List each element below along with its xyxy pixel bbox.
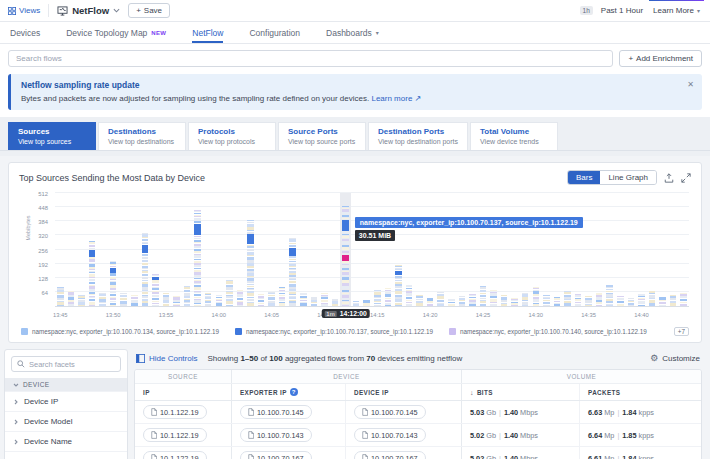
chart-bar[interactable] <box>363 299 370 306</box>
nav-tab-netflow[interactable]: NetFlow <box>192 22 223 43</box>
chart-toggle-bars[interactable]: Bars <box>568 171 600 184</box>
chart-bar[interactable] <box>638 293 645 306</box>
facet-search-input[interactable] <box>29 360 115 369</box>
chart-bar[interactable] <box>353 301 360 306</box>
chart-bar[interactable] <box>554 297 561 306</box>
chart-bar[interactable] <box>311 296 318 306</box>
facet-item-device-model[interactable]: Device Model <box>5 411 127 431</box>
chart-bar[interactable] <box>448 299 455 307</box>
chart-bar[interactable] <box>142 233 149 306</box>
chart-bar[interactable] <box>628 297 635 306</box>
hide-controls-button[interactable]: Hide Controls <box>136 354 197 363</box>
view-tab-protocols[interactable]: ProtocolsView top protocols <box>188 122 276 150</box>
exporter-ip-pill[interactable]: 10.100.70.167 <box>240 451 312 459</box>
learn-more-menu[interactable]: Learn More ▾ <box>651 6 702 15</box>
view-tab-sources[interactable]: SourcesView top sources <box>8 122 96 150</box>
chart-bar[interactable] <box>163 293 170 306</box>
chart-bar[interactable] <box>406 285 413 306</box>
fullscreen-icon[interactable] <box>681 173 691 183</box>
chart-bar[interactable] <box>216 295 223 306</box>
legend-overflow-badge[interactable]: +7 <box>674 327 689 336</box>
chart-bar[interactable] <box>268 291 275 306</box>
save-button[interactable]: + Save <box>128 3 170 18</box>
legend-item[interactable]: namespace:nyc, exporter_ip:10.100.70.137… <box>235 328 433 335</box>
chart-bar[interactable] <box>459 296 466 306</box>
chart-toggle-line-graph[interactable]: Line Graph <box>600 171 656 184</box>
info-icon[interactable]: ? <box>290 388 298 396</box>
exporter-ip-pill[interactable]: 10.100.70.145 <box>240 405 312 419</box>
chart-bar[interactable] <box>99 293 106 306</box>
chart-bar[interactable] <box>533 287 540 306</box>
column-header-bits[interactable]: ↓ BITS <box>461 384 579 400</box>
export-icon[interactable] <box>664 173 674 183</box>
chart-bar[interactable] <box>300 292 307 306</box>
chart-bar[interactable] <box>332 298 339 306</box>
chart-bar[interactable] <box>490 289 497 306</box>
chart-bar[interactable] <box>152 273 159 306</box>
table-row[interactable]: 10.1.122.1910.100.70.14310.100.70.1435.0… <box>135 424 701 447</box>
add-enrichment-button[interactable]: + Add Enrichment <box>619 50 702 67</box>
legend-item[interactable]: namespace:nyc, exporter_ip:10.100.70.140… <box>449 328 647 335</box>
chart-bar[interactable] <box>110 261 117 306</box>
column-header-ip[interactable]: IP <box>135 384 231 400</box>
chart-bar[interactable] <box>427 297 434 306</box>
views-button[interactable]: Views <box>8 6 40 15</box>
chart-bar[interactable] <box>342 205 349 306</box>
facet-item-device-name[interactable]: Device Name <box>5 431 127 451</box>
chart-bar[interactable] <box>437 292 444 306</box>
nav-tab-dashboards[interactable]: Dashboards▾ <box>326 22 379 43</box>
chart-bar[interactable] <box>279 286 286 306</box>
chart-bar[interactable] <box>289 238 296 306</box>
legend-item[interactable]: namespace:nyc, exporter_ip:10.100.70.134… <box>21 328 219 335</box>
chart-bar[interactable] <box>416 295 423 306</box>
search-flows-input[interactable] <box>8 50 613 67</box>
device-ip-pill[interactable]: 10.100.70.167 <box>354 451 426 459</box>
chart-bar[interactable] <box>89 240 96 306</box>
source-ip-pill[interactable]: 10.1.122.19 <box>143 428 207 442</box>
chart-bar[interactable] <box>511 298 518 306</box>
view-tab-destination-ports[interactable]: Destination PortsView top destination po… <box>368 122 468 150</box>
view-tab-destinations[interactable]: DestinationsView top destinations <box>98 122 186 150</box>
chart-bar[interactable] <box>395 265 402 306</box>
source-ip-pill[interactable]: 10.1.122.19 <box>143 451 207 459</box>
facet-group-device[interactable]: DEVICE <box>5 378 127 391</box>
banner-learn-more-link[interactable]: Learn more ↗ <box>371 94 421 103</box>
chart-bar[interactable] <box>469 293 476 306</box>
exporter-ip-pill[interactable]: 10.100.70.143 <box>240 428 312 442</box>
source-ip-pill[interactable]: 10.1.122.19 <box>143 405 207 419</box>
chart-bar[interactable] <box>543 295 550 306</box>
chart-bar[interactable] <box>585 296 592 306</box>
nav-tab-configuration[interactable]: Configuration <box>249 22 300 43</box>
chart-bar[interactable] <box>670 294 677 306</box>
chart-bar[interactable] <box>237 289 244 306</box>
chart-bar[interactable] <box>522 293 529 306</box>
device-ip-pill[interactable]: 10.100.70.143 <box>354 428 426 442</box>
chart-bar[interactable] <box>659 296 666 306</box>
chart-bar[interactable] <box>596 292 603 306</box>
facet-item-device-namespace[interactable]: Device Namespace <box>5 451 127 459</box>
nav-tab-device-topology-map[interactable]: Device Topology MapNEW <box>66 22 166 43</box>
chart-bar[interactable] <box>501 295 508 306</box>
view-tab-total-volume[interactable]: Total VolumeView device trends <box>470 122 558 150</box>
banner-close-icon[interactable]: ✕ <box>687 80 694 89</box>
chart-bar[interactable] <box>649 290 656 306</box>
chart-bar[interactable] <box>480 286 487 306</box>
chart-bar[interactable] <box>564 291 571 306</box>
device-ip-pill[interactable]: 10.100.70.145 <box>354 405 426 419</box>
chart-bar[interactable] <box>226 280 233 306</box>
chart-bar[interactable] <box>680 292 687 306</box>
chart-bar[interactable] <box>57 287 64 306</box>
chart-bar[interactable] <box>205 293 212 306</box>
column-header-packets[interactable]: PACKETS <box>579 384 701 400</box>
view-tab-source-ports[interactable]: Source PortsView top source ports <box>278 122 366 150</box>
column-header-device-ip[interactable]: DEVICE IP <box>345 384 461 400</box>
chart-bar[interactable] <box>68 291 75 306</box>
chart-bar[interactable] <box>321 293 328 306</box>
chart-bar[interactable] <box>131 295 138 306</box>
chart-bar[interactable] <box>184 286 191 306</box>
chart-bar[interactable] <box>247 220 254 306</box>
product-selector[interactable]: NetFlow <box>57 5 120 16</box>
chart-bar[interactable] <box>374 290 381 306</box>
chart-bar[interactable] <box>173 296 180 306</box>
chart-bar[interactable] <box>575 294 582 306</box>
